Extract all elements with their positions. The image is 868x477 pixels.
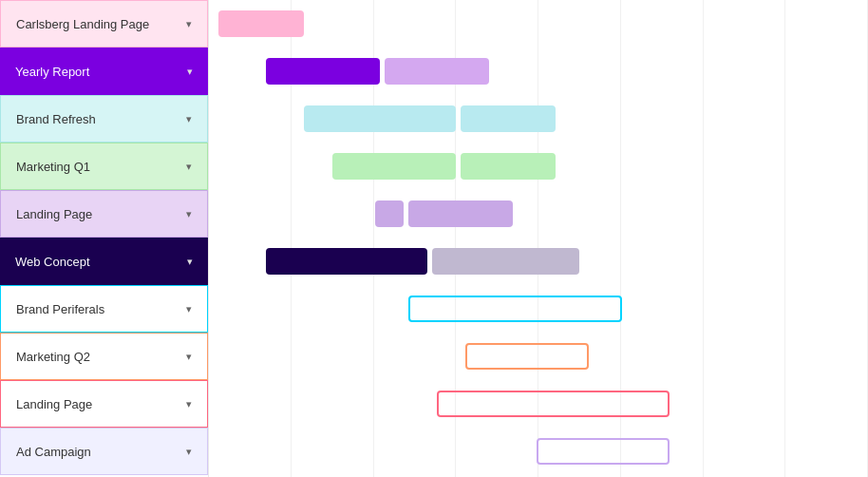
sidebar-item-label: Ad Campaign bbox=[16, 445, 91, 459]
sidebar-item-label: Web Concept bbox=[15, 255, 90, 269]
sidebar-item-yearly[interactable]: Yearly Report ▾ bbox=[0, 48, 208, 95]
chevron-icon: ▾ bbox=[186, 113, 192, 125]
chevron-icon: ▾ bbox=[186, 303, 192, 315]
chevron-icon: ▾ bbox=[186, 161, 192, 173]
gantt-bar[interactable] bbox=[461, 105, 556, 132]
sidebar-item-label: Carlsberg Landing Page bbox=[16, 17, 149, 31]
gantt-bar[interactable] bbox=[432, 248, 579, 275]
gantt-bar[interactable] bbox=[332, 153, 456, 180]
sidebar-item-label: Marketing Q2 bbox=[16, 350, 90, 364]
sidebar-item-brandperiferals[interactable]: Brand Periferals ▾ bbox=[0, 285, 208, 333]
sidebar-item-label: Brand Periferals bbox=[16, 302, 104, 316]
bars-container bbox=[209, 0, 868, 477]
bar-row bbox=[209, 285, 868, 333]
gantt-bar[interactable] bbox=[465, 343, 589, 370]
sidebar-item-brand[interactable]: Brand Refresh ▾ bbox=[0, 95, 208, 143]
sidebar-item-landingpage2[interactable]: Landing Page ▾ bbox=[0, 380, 208, 428]
sidebar: Carlsberg Landing Page ▾ Yearly Report ▾… bbox=[0, 0, 209, 477]
chevron-icon: ▾ bbox=[187, 256, 193, 268]
gantt-bar[interactable] bbox=[437, 391, 670, 417]
chart-area bbox=[209, 0, 868, 477]
chevron-icon: ▾ bbox=[186, 398, 192, 410]
sidebar-item-label: Landing Page bbox=[16, 207, 92, 221]
bar-row bbox=[209, 333, 868, 380]
gantt-bar[interactable] bbox=[408, 296, 622, 322]
gantt-bar[interactable] bbox=[461, 153, 556, 180]
gantt-bar[interactable] bbox=[537, 438, 670, 465]
chevron-icon: ▾ bbox=[187, 66, 193, 78]
bar-row bbox=[209, 190, 868, 238]
gantt-bar[interactable] bbox=[266, 248, 427, 275]
chevron-icon: ▾ bbox=[186, 446, 192, 458]
sidebar-item-carlsberg[interactable]: Carlsberg Landing Page ▾ bbox=[0, 0, 208, 48]
bar-row bbox=[209, 0, 868, 48]
chevron-icon: ▾ bbox=[186, 18, 192, 30]
sidebar-item-marketingq1[interactable]: Marketing Q1 ▾ bbox=[0, 143, 208, 190]
bar-row bbox=[209, 380, 868, 428]
gantt-bar[interactable] bbox=[304, 105, 456, 132]
gantt-bar[interactable] bbox=[385, 58, 489, 85]
sidebar-item-label: Marketing Q1 bbox=[16, 160, 90, 174]
sidebar-item-marketingq2[interactable]: Marketing Q2 ▾ bbox=[0, 333, 208, 380]
chevron-icon: ▾ bbox=[186, 351, 192, 363]
sidebar-item-adcampaign[interactable]: Ad Campaign ▾ bbox=[0, 428, 208, 475]
bar-row bbox=[209, 428, 868, 475]
gantt-bar[interactable] bbox=[408, 200, 513, 227]
bar-row bbox=[209, 48, 868, 95]
sidebar-item-webconcept[interactable]: Web Concept ▾ bbox=[0, 238, 208, 285]
gantt-bar[interactable] bbox=[266, 58, 380, 85]
sidebar-item-landingpage[interactable]: Landing Page ▾ bbox=[0, 190, 208, 238]
gantt-bar[interactable] bbox=[375, 200, 404, 227]
bar-row bbox=[209, 95, 868, 143]
bar-row bbox=[209, 143, 868, 190]
sidebar-item-label: Brand Refresh bbox=[16, 112, 96, 126]
bar-row bbox=[209, 238, 868, 285]
sidebar-item-label: Yearly Report bbox=[15, 65, 89, 79]
chevron-icon: ▾ bbox=[186, 208, 192, 220]
gantt-chart: Carlsberg Landing Page ▾ Yearly Report ▾… bbox=[0, 0, 868, 477]
sidebar-item-label: Landing Page bbox=[16, 397, 92, 411]
gantt-bar[interactable] bbox=[218, 10, 304, 37]
